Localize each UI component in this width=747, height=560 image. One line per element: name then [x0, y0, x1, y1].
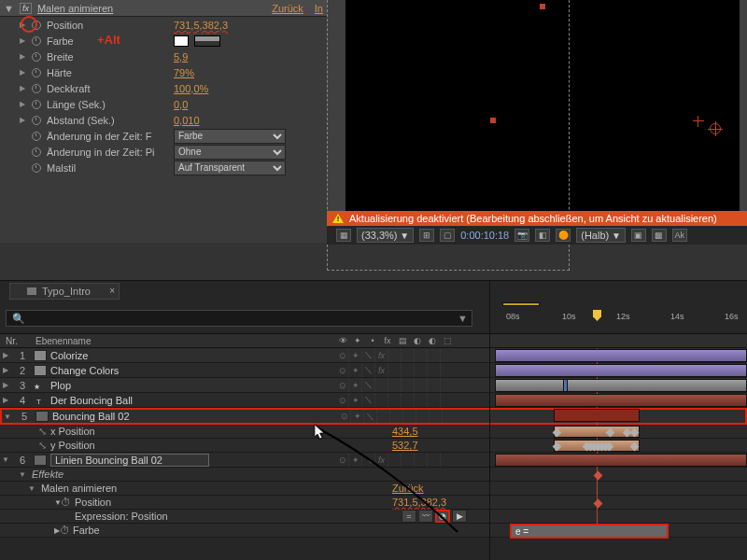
property-row[interactable]: Änderung in der Zeit: PiOhne — [0, 144, 327, 160]
property-row[interactable]: ▶Abstand (Sek.)0,010 — [0, 112, 327, 128]
transparency-button[interactable]: ▩ — [652, 229, 667, 242]
expression-graph-button[interactable]: 〰 — [418, 510, 433, 523]
track-row[interactable] — [495, 363, 747, 378]
track-row[interactable] — [495, 439, 747, 453]
expression-enable-button[interactable]: = — [402, 510, 416, 523]
quality-switch[interactable]: ＼ — [362, 349, 375, 362]
stopwatch-icon[interactable] — [32, 163, 41, 173]
track-row[interactable] — [495, 468, 747, 482]
switch-star-icon[interactable]: ✦ — [351, 335, 364, 346]
quality-dropdown[interactable]: (Halb) ▼ — [576, 228, 626, 243]
fx-switch[interactable]: fx — [375, 349, 388, 362]
timecode[interactable]: 0:00:10:18 — [460, 230, 509, 241]
twirldown-icon[interactable]: ▶ — [19, 85, 26, 92]
prop-dropdown[interactable]: Auf Transparent — [174, 161, 286, 175]
prop-value[interactable]: 79% — [174, 67, 194, 78]
prop-value[interactable]: 434,5 — [392, 426, 418, 437]
separate-dim-icon[interactable]: ⤡ — [37, 427, 47, 436]
composition-tab[interactable]: Typo_Intro × — [9, 283, 120, 300]
eyedropper-icon[interactable] — [194, 35, 220, 47]
switch-adj-icon[interactable]: ◐ — [426, 335, 439, 346]
fx-badge[interactable]: fx — [20, 3, 32, 14]
twirldown-icon[interactable]: ▶ — [19, 37, 26, 45]
property-row[interactable]: ▶Position731,5,382,3 — [0, 17, 327, 33]
layer-bar[interactable] — [495, 394, 747, 407]
twirldown-icon[interactable] — [19, 148, 26, 156]
track-row[interactable] — [495, 510, 747, 524]
in-link[interactable]: In — [315, 3, 323, 14]
switch-mb-icon[interactable]: ◐ — [411, 335, 424, 346]
grid-button[interactable]: ▦ — [336, 229, 351, 242]
keyframe-icon[interactable] — [594, 499, 603, 509]
color-swatch[interactable] — [174, 35, 189, 47]
twirldown-icon[interactable]: ▶ — [19, 69, 26, 77]
layer-bar[interactable] — [495, 454, 747, 467]
layer-bar[interactable] — [495, 379, 747, 392]
stopwatch-icon[interactable] — [32, 132, 41, 141]
preview-viewport[interactable] — [345, 0, 740, 241]
track-row[interactable] — [495, 408, 747, 425]
time-ruler[interactable]: 08s 10s 12s 14s 16s — [495, 302, 747, 330]
separate-dim-icon[interactable]: ⤡ — [37, 441, 47, 450]
transform-handle[interactable] — [490, 118, 496, 123]
search-dropdown-icon[interactable]: ▼ — [458, 313, 468, 324]
reset-link[interactable]: Zurück — [272, 3, 303, 14]
switch-shy-icon[interactable]: 👁 — [336, 335, 349, 346]
stopwatch-icon[interactable] — [32, 116, 41, 125]
twirldown-icon[interactable]: ▼ — [28, 484, 35, 493]
layer-bar[interactable] — [495, 364, 747, 377]
prop-value[interactable]: 731,5,382,3 — [174, 20, 228, 31]
cti-head[interactable] — [593, 310, 601, 321]
twirldown-icon[interactable]: ▶ — [19, 53, 26, 61]
stopwatch-icon[interactable] — [32, 84, 41, 93]
twirldown-icon[interactable]: ▼ — [4, 3, 14, 14]
track-row[interactable] — [495, 482, 747, 496]
switch-dot-icon[interactable]: • — [366, 335, 379, 346]
twirldown-icon[interactable]: ▶ — [0, 381, 11, 389]
work-area-bar[interactable] — [502, 302, 540, 306]
property-row[interactable]: MalstilAuf Transparent — [0, 160, 327, 175]
track-row[interactable] — [495, 496, 747, 510]
twirldown-icon[interactable]: ▶ — [19, 21, 26, 29]
track-row[interactable] — [495, 425, 747, 439]
stopwatch-icon[interactable]: ⏱ — [62, 497, 71, 507]
twirldown-icon[interactable]: ▼ — [2, 413, 13, 421]
effect-name[interactable]: Malen animieren — [37, 3, 113, 14]
prop-dropdown[interactable]: Ohne — [174, 145, 286, 160]
expression-menu-button[interactable]: ▶ — [452, 510, 467, 523]
layer-bar[interactable] — [495, 349, 747, 362]
switch-frame-icon[interactable]: ▤ — [396, 335, 409, 346]
property-row[interactable]: ▶Breite5,9 — [0, 49, 327, 64]
twirldown-icon[interactable]: ▼ — [19, 470, 26, 479]
prop-value[interactable]: 0,010 — [174, 115, 200, 126]
anchor-point-icon[interactable] — [693, 116, 704, 127]
stopwatch-icon[interactable]: ⏱ — [60, 525, 69, 535]
res-button[interactable]: ⊞ — [419, 229, 434, 242]
prop-value[interactable]: 532,7 — [392, 440, 418, 451]
property-row[interactable]: Änderung in der Zeit: FFarbe — [0, 128, 327, 144]
twirldown-icon[interactable]: ▶ — [0, 366, 11, 374]
layer-name-edit[interactable]: Linien Bouncing Ball 02 — [50, 454, 209, 467]
switch-fx-icon[interactable]: fx — [381, 335, 394, 346]
prop-dropdown[interactable]: Farbe — [174, 129, 286, 144]
visibility-switch[interactable]: ⊙ — [336, 349, 349, 362]
close-tab-icon[interactable]: × — [109, 286, 115, 296]
prop-value[interactable]: 100,0% — [174, 83, 208, 94]
zoom-dropdown[interactable]: (33,3%) ▼ — [357, 228, 414, 243]
layer-bar[interactable] — [554, 409, 640, 422]
property-row[interactable]: ▶Deckkraft100,0% — [0, 80, 327, 96]
property-row[interactable]: ▶Härte79% — [0, 64, 327, 80]
track-row[interactable] — [495, 378, 747, 393]
transform-handle[interactable] — [540, 4, 545, 9]
prop-value[interactable]: 5,9 — [174, 51, 188, 63]
reset-link[interactable]: Zurück — [392, 483, 424, 494]
switch-3d-icon[interactable]: ⬚ — [441, 335, 454, 346]
property-row[interactable]: ▶Farbe — [0, 33, 327, 49]
twirldown-icon[interactable]: ▶ — [0, 396, 11, 404]
twirldown-icon[interactable]: ▶ — [19, 101, 26, 108]
layer-search[interactable]: 🔍 ▼ — [6, 310, 472, 327]
twirldown-icon[interactable]: ▼ — [0, 455, 11, 464]
roi-button[interactable]: ▣ — [631, 229, 646, 242]
camera-target-icon[interactable] — [710, 123, 721, 134]
track-row[interactable] — [495, 453, 747, 468]
